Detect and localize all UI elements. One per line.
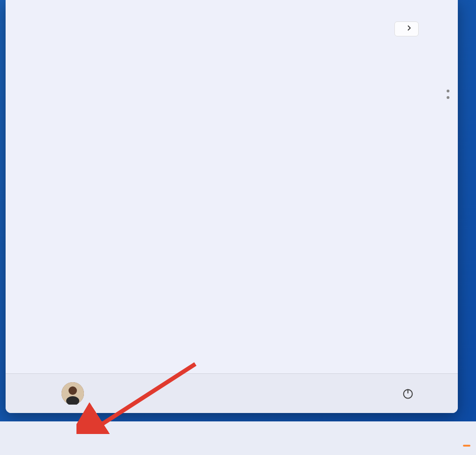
watermark-badge <box>463 445 470 447</box>
more-button[interactable] <box>394 21 419 36</box>
avatar <box>62 382 84 405</box>
pinned-page-indicator[interactable] <box>447 90 449 99</box>
power-icon <box>401 387 414 400</box>
recommended-section <box>6 45 458 54</box>
start-menu <box>6 0 458 413</box>
power-button[interactable] <box>397 383 419 404</box>
watermark <box>463 445 473 447</box>
chevron-right-icon <box>407 25 412 33</box>
svg-point-8 <box>69 386 77 395</box>
taskbar <box>0 421 476 455</box>
user-account-button[interactable] <box>62 382 93 405</box>
pinned-apps-section <box>6 0 458 11</box>
start-bottom-bar <box>6 373 458 413</box>
